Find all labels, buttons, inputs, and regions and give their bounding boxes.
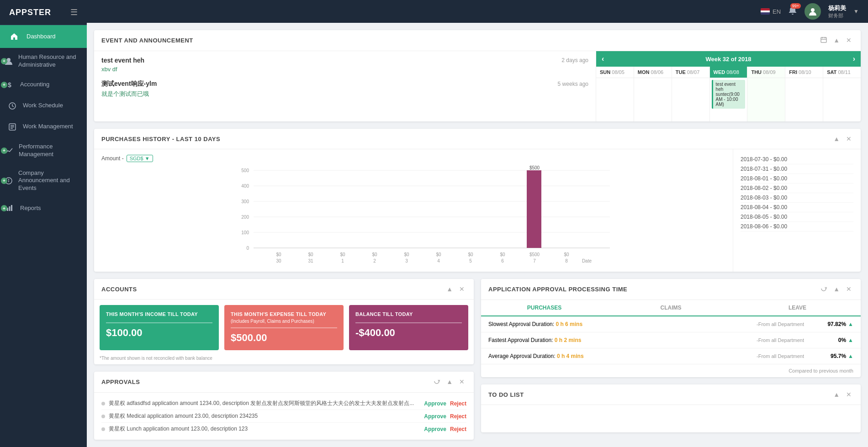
- svg-text:31: 31: [308, 258, 313, 263]
- sidebar-item-work-management[interactable]: Work Management: [0, 116, 87, 137]
- svg-text:$0: $0: [308, 252, 313, 257]
- day-content-wed: test event heh suntec(9:00 AM - 10:00 AM…: [710, 78, 747, 115]
- right-column: APPLICATION APPROVAL PROCESSING TIME ▲ ✕…: [481, 279, 861, 440]
- approvals-close-btn[interactable]: ✕: [457, 377, 466, 387]
- calendar-day-thu: THU 08/09: [747, 67, 785, 121]
- approve-btn-0[interactable]: Approve: [424, 400, 446, 407]
- approval-processing-actions: ▲ ✕: [819, 284, 853, 294]
- dashboard-label: Dashboard: [26, 33, 56, 41]
- sidebar-item-work-schedule[interactable]: Work Schedule: [0, 95, 87, 116]
- todo-close-btn[interactable]: ✕: [844, 390, 853, 399]
- svg-rect-10: [11, 205, 12, 211]
- left-column: ACCOUNTS ▲ ✕ THIS MONTH'S INCOME TILL TO…: [94, 279, 474, 440]
- sidebar-item-accounting[interactable]: + $ Accounting: [0, 74, 87, 95]
- date-item-5: 2018-08-04 - $0.00: [741, 203, 853, 212]
- purchases-close-btn[interactable]: ✕: [844, 134, 853, 143]
- currency-chevron: ▼: [145, 156, 150, 161]
- performance-add-icon[interactable]: +: [1, 147, 7, 154]
- approval-dot-1: [101, 415, 105, 418]
- reports-add-icon[interactable]: +: [1, 205, 7, 211]
- chart-section: Amount - SGD$ ▼: [94, 149, 861, 272]
- calendar-day-mon: MON 08/06: [634, 67, 672, 121]
- close-btn[interactable]: ✕: [844, 36, 853, 45]
- approvals-collapse-btn[interactable]: ▲: [445, 377, 455, 387]
- calendar-next-btn[interactable]: ›: [853, 55, 855, 63]
- svg-text:4: 4: [437, 258, 440, 263]
- accounts-close-btn[interactable]: ✕: [457, 284, 466, 294]
- sidebar-item-performance[interactable]: + Performance Management: [0, 137, 87, 164]
- day-content-sat: [823, 78, 861, 115]
- approvals-actions: ▲ ✕: [432, 377, 466, 387]
- income-amount: $100.00: [106, 327, 212, 339]
- hr-add-icon[interactable]: +: [1, 58, 7, 64]
- event-desc-0: xbv df: [101, 66, 588, 73]
- approve-btn-2[interactable]: Approve: [424, 426, 446, 432]
- expense-subtitle: (Includes Payroll, Claims and Purchases): [231, 319, 337, 324]
- tab-claims[interactable]: CLAIMS: [608, 300, 734, 316]
- svg-text:$0: $0: [372, 252, 377, 257]
- bar-chart: 500 400 300 200 100 0 $0 $0 $0 $0 $0 $0 …: [101, 166, 725, 266]
- announcement-add-icon[interactable]: +: [1, 178, 7, 184]
- currency-label: SGD$: [130, 156, 143, 161]
- date-item-2: 2018-08-01 - $0.00: [741, 174, 853, 184]
- approval-text-0: 黄星权 adfasdfsd application amount 1234.00…: [109, 400, 420, 407]
- svg-text:300: 300: [241, 199, 249, 204]
- day-name-fri: FRI: [789, 69, 797, 75]
- sidebar-item-hr[interactable]: + Human Resource and Administrative: [0, 48, 87, 74]
- calendar-view-btn[interactable]: [819, 36, 829, 45]
- collapse-btn[interactable]: ▲: [831, 36, 842, 45]
- main-content: EN 99+ 杨莉美 财务部 ▼ EVENT AND ANNOUNCEMENT: [87, 0, 868, 447]
- sidebar: APPSTER ☰ Dashboard + Human Resource and…: [0, 0, 87, 447]
- date-item-7: 2018-08-06 - $0.00: [741, 222, 853, 231]
- svg-text:0: 0: [246, 246, 249, 251]
- bottom-row: ACCOUNTS ▲ ✕ THIS MONTH'S INCOME TILL TO…: [94, 279, 861, 440]
- event-item-0: test event heh 2 days ago xbv df: [101, 57, 588, 73]
- svg-text:200: 200: [241, 215, 249, 220]
- calendar-event-0[interactable]: test event heh suntec(9:00 AM - 10:00 AM…: [712, 80, 746, 109]
- fastest-from: -From all Department: [744, 337, 817, 343]
- tab-purchases[interactable]: PURCHASES: [481, 300, 608, 316]
- approval-tabs: PURCHASES CLAIMS LEAVE: [481, 300, 861, 316]
- sidebar-item-announcement[interactable]: + Company Announcement and Events: [0, 164, 87, 198]
- slowest-value: 0 h 6 mins: [556, 321, 582, 327]
- purchases-collapse-btn[interactable]: ▲: [831, 134, 842, 143]
- notification-bell[interactable]: 99+: [788, 6, 797, 17]
- hamburger-icon[interactable]: ☰: [70, 7, 78, 17]
- approval-collapse-btn[interactable]: ▲: [831, 284, 842, 294]
- sidebar-item-reports[interactable]: + Reports: [0, 198, 87, 219]
- day-date-sun: 08/05: [612, 69, 625, 75]
- accounting-add-icon[interactable]: +: [1, 82, 7, 88]
- svg-text:$0: $0: [340, 252, 345, 257]
- tab-leave[interactable]: LEAVE: [734, 300, 861, 316]
- approval-close-btn[interactable]: ✕: [844, 284, 853, 294]
- svg-point-11: [811, 8, 815, 12]
- user-role: 财务部: [828, 12, 843, 19]
- topbar: EN 99+ 杨莉美 财务部 ▼: [87, 0, 868, 23]
- user-menu-chevron[interactable]: ▼: [853, 8, 859, 15]
- day-name-wed: WED: [714, 69, 725, 75]
- calendar-day-tue: TUE 08/07: [672, 67, 710, 121]
- approval-refresh-btn[interactable]: [819, 284, 829, 294]
- sidebar-item-dashboard[interactable]: Dashboard: [0, 25, 87, 48]
- user-info[interactable]: 杨莉美 财务部: [828, 4, 846, 19]
- currency-selector[interactable]: SGD$ ▼: [127, 155, 153, 162]
- reject-btn-1[interactable]: Reject: [450, 413, 466, 420]
- balance-box: BALANCE TILL TODAY -$400.00: [349, 305, 468, 350]
- approvals-refresh-btn[interactable]: [432, 377, 442, 387]
- expense-title: THIS MONTH'S EXPENSE TILL TODAY: [231, 311, 337, 317]
- language-selector[interactable]: EN: [761, 8, 781, 15]
- user-avatar[interactable]: [804, 3, 821, 20]
- calendar-prev-btn[interactable]: ‹: [602, 55, 604, 63]
- todo-collapse-btn[interactable]: ▲: [831, 390, 842, 399]
- calendar-widget: ‹ Week 32 of 2018 › SUN 08/05: [596, 51, 861, 121]
- accounts-collapse-btn[interactable]: ▲: [445, 284, 455, 294]
- slowest-pct: 97.82% ▲: [817, 321, 853, 327]
- approval-row-average: Average Approval Duration: 0 h 4 mins -F…: [481, 348, 861, 364]
- svg-text:$0: $0: [468, 252, 473, 257]
- approval-processing-title: APPLICATION APPROVAL PROCESSING TIME: [488, 286, 627, 293]
- reject-btn-2[interactable]: Reject: [450, 426, 466, 432]
- approve-btn-1[interactable]: Approve: [424, 413, 446, 420]
- reject-btn-0[interactable]: Reject: [450, 400, 466, 407]
- slowest-trend-icon: ▲: [848, 321, 853, 327]
- day-date-mon: 08/06: [651, 69, 664, 75]
